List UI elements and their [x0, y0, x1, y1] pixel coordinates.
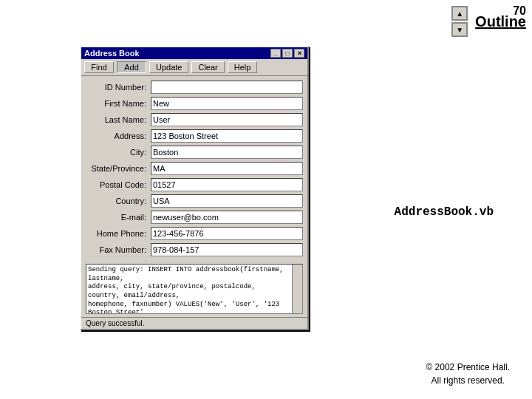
form-row-state: State/Province:: [86, 162, 303, 175]
form-row-postal: Postal Code:: [86, 178, 303, 191]
input-lastname[interactable]: [151, 113, 303, 126]
nav-arrows: ▲ ▼: [451, 6, 468, 37]
clear-button[interactable]: Clear: [191, 61, 224, 73]
label-fax: Fax Number:: [86, 245, 151, 254]
form-row-address: Address:: [86, 129, 303, 143]
form-row-lastname: Last Name:: [86, 113, 303, 126]
close-button[interactable]: ✕: [294, 49, 304, 58]
input-fax[interactable]: [151, 243, 303, 256]
input-country[interactable]: [151, 194, 303, 208]
add-button[interactable]: Add: [117, 61, 146, 73]
form-row-firstname: First Name:: [86, 97, 303, 110]
maximize-button[interactable]: □: [282, 49, 293, 58]
window-title: Address Book: [84, 49, 140, 58]
label-lastname: Last Name:: [86, 115, 151, 124]
minimize-button[interactable]: _: [270, 49, 281, 58]
addressbook-label: AddressBook.vb: [395, 205, 494, 219]
copyright-line2: All rights reserved.: [426, 374, 510, 387]
input-city[interactable]: [151, 146, 303, 159]
copyright-line1: © 2002 Prentice Hall.: [426, 361, 510, 374]
label-email: E-mail:: [86, 213, 151, 222]
update-button[interactable]: Update: [149, 61, 188, 73]
form-row-country: Country:: [86, 194, 303, 208]
address-book-window: Address Book _ □ ✕ Find Add Update Clear…: [80, 46, 309, 330]
label-postal: Postal Code:: [86, 180, 151, 189]
titlebar: Address Book _ □ ✕: [81, 47, 307, 59]
form-area: ID Number: First Name: Last Name: Addres…: [81, 76, 307, 264]
label-state: State/Province:: [86, 164, 151, 173]
form-row-city: City:: [86, 146, 303, 159]
input-postal[interactable]: [151, 178, 303, 191]
input-firstname[interactable]: [151, 97, 303, 110]
copyright: © 2002 Prentice Hall. All rights reserve…: [426, 361, 510, 387]
input-email[interactable]: [151, 211, 303, 224]
label-firstname: First Name:: [86, 99, 151, 108]
input-address[interactable]: [151, 129, 303, 143]
toolbar: Find Add Update Clear Help: [81, 59, 307, 76]
input-homephone[interactable]: [151, 227, 303, 240]
input-state[interactable]: [151, 162, 303, 175]
label-id: ID Number:: [86, 83, 151, 92]
input-id[interactable]: [151, 81, 303, 94]
help-button[interactable]: Help: [228, 61, 258, 73]
status-text: Query successful.: [86, 319, 144, 327]
nav-up-arrow[interactable]: ▲: [451, 6, 468, 21]
output-scrollbar[interactable]: [292, 265, 302, 313]
nav-down-arrow[interactable]: ▼: [451, 22, 468, 37]
form-row-fax: Fax Number:: [86, 243, 303, 256]
label-city: City:: [86, 148, 151, 157]
page-number: 70: [513, 4, 526, 18]
find-button[interactable]: Find: [84, 61, 114, 73]
status-bar: Query successful.: [81, 317, 307, 329]
form-row-homephone: Home Phone:: [86, 227, 303, 240]
form-row-id: ID Number:: [86, 81, 303, 94]
titlebar-controls: _ □ ✕: [270, 49, 304, 58]
output-text: Sending query: INSERT INTO addressbook(f…: [88, 266, 290, 314]
output-area[interactable]: Sending query: INSERT INTO addressbook(f…: [86, 264, 303, 314]
label-homephone: Home Phone:: [86, 229, 151, 238]
form-row-email: E-mail:: [86, 211, 303, 224]
label-country: Country:: [86, 197, 151, 205]
label-address: Address:: [86, 132, 151, 140]
